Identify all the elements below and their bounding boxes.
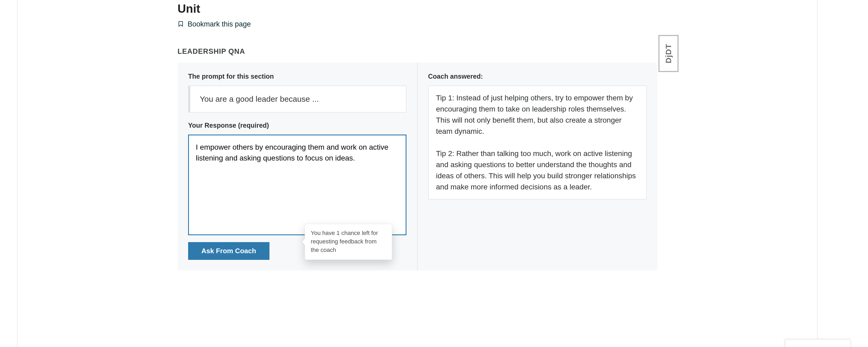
page-title: Unit xyxy=(178,2,657,15)
djdt-label: DjDT xyxy=(664,44,673,63)
coach-header: Coach answered: xyxy=(428,72,647,80)
right-column: Coach answered: Tip 1: Instead of just h… xyxy=(417,63,658,271)
response-input[interactable] xyxy=(188,134,406,235)
prompt-box: You are a good leader because ... xyxy=(188,86,406,113)
ask-coach-button[interactable]: Ask From Coach xyxy=(188,242,270,260)
bookmark-icon xyxy=(178,21,184,28)
bookmark-button[interactable]: Bookmark this page xyxy=(178,20,657,28)
prompt-header: The prompt for this section xyxy=(188,72,406,80)
left-column: The prompt for this section You are a go… xyxy=(178,63,417,271)
coach-answer: Tip 1: Instead of just helping others, t… xyxy=(428,86,647,199)
django-debug-toolbar-handle[interactable]: DjDT xyxy=(658,35,679,72)
qna-panel: The prompt for this section You are a go… xyxy=(178,63,657,271)
section-label: LEADERSHIP QNA xyxy=(178,48,657,56)
chances-tooltip: You have 1 chance left for requesting fe… xyxy=(305,224,392,260)
response-header: Your Response (required) xyxy=(188,122,406,129)
unit-content: Unit Bookmark this page LEADERSHIP QNA T… xyxy=(178,0,657,271)
response-wrapper xyxy=(188,134,406,236)
tooltip-text: You have 1 chance left for requesting fe… xyxy=(311,230,378,253)
bottom-right-card xyxy=(785,339,851,347)
bookmark-label: Bookmark this page xyxy=(188,20,251,28)
